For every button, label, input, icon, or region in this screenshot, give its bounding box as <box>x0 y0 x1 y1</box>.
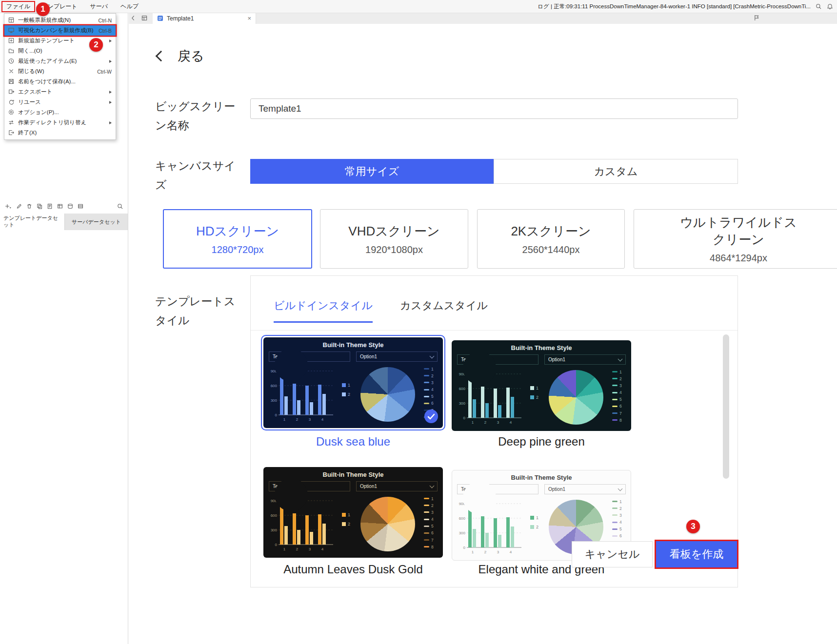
chevron-left-icon <box>156 51 167 62</box>
menu-item-recent[interactable]: 最近使ったアイテム(E) <box>4 56 116 66</box>
svg-text:600: 600 <box>271 513 278 518</box>
selected-check-icon <box>424 410 438 423</box>
delete-icon[interactable] <box>26 203 33 210</box>
theme-option-dusk-sea-blue[interactable]: Built-in Theme Style Text Widget Option1… <box>261 335 445 430</box>
svg-text:1: 1 <box>283 417 286 422</box>
table-icon[interactable] <box>57 203 63 210</box>
theme-thumbnail: Built-in Theme Style Text Widget Option1… <box>263 337 443 428</box>
theme-name[interactable]: Dusk sea blue <box>261 435 445 449</box>
svg-text:300: 300 <box>271 398 278 403</box>
menu-item-new-kanban[interactable]: 可視化カンバンを新規作成(B) Ctrl-B <box>4 25 116 36</box>
menubar: ファイル テンプレート サーバ ヘルプ ログ | 正常:09:31:11 Pro… <box>0 0 837 13</box>
submenu-arrow-icon <box>109 121 112 124</box>
annotation-step-3: 3 <box>686 520 700 533</box>
option-dropdown-preview: Option1 <box>356 351 438 362</box>
svg-text:600: 600 <box>271 384 278 388</box>
svg-text:3: 3 <box>497 420 499 425</box>
theme-name[interactable]: Autumn Leaves Dusk Gold <box>263 563 443 576</box>
copy-icon[interactable] <box>37 203 43 210</box>
theme-name[interactable]: Deep pine green <box>452 435 631 449</box>
chevron-down-icon <box>430 353 435 358</box>
menu-file[interactable]: ファイル <box>2 2 34 11</box>
donut-legend: 12345678 <box>424 496 434 549</box>
menu-item-options[interactable]: オプション(P)... <box>4 107 116 117</box>
submenu-arrow-icon <box>109 101 112 104</box>
dataset-toolbar <box>0 200 128 213</box>
svg-text:1: 1 <box>472 550 474 554</box>
menu-item-reuse[interactable]: リユース <box>4 97 116 107</box>
search-icon[interactable] <box>816 3 822 10</box>
flag-icon[interactable] <box>754 15 760 21</box>
annotation-step-2: 2 <box>89 38 103 52</box>
back-button[interactable]: 戻る <box>157 47 204 65</box>
svg-text:300: 300 <box>459 531 466 535</box>
svg-text:4: 4 <box>510 420 512 425</box>
tab-custom-style[interactable]: カスタムスタイル <box>400 298 488 323</box>
theme-option-deep-pine-green[interactable]: Built-in Theme Style Text Widget Option1… <box>452 340 631 431</box>
bell-icon[interactable] <box>827 3 833 10</box>
size-card-2k[interactable]: 2Kスクリーン 2560*1440px <box>477 209 625 269</box>
svg-text:4: 4 <box>510 550 512 554</box>
svg-text:1: 1 <box>283 547 286 551</box>
template-style-label: テンプレートスタイル <box>155 292 242 330</box>
tab-template1[interactable]: Template1 × <box>153 13 256 24</box>
option-dropdown-preview: Option1 <box>544 354 626 365</box>
collapse-panel-icon[interactable] <box>130 15 137 21</box>
tab-list-icon[interactable] <box>141 15 148 21</box>
search-dataset-icon[interactable] <box>117 203 123 210</box>
add-dataset-icon[interactable] <box>4 203 12 210</box>
template-doc-icon <box>157 15 163 21</box>
svg-text:2: 2 <box>484 420 487 425</box>
bar-legend: 12 <box>342 512 350 527</box>
size-card-ultrawide[interactable]: ウルトラワイルドスクリーン 4864*1294px <box>634 209 837 269</box>
size-card-vhd[interactable]: VHDスクリーン 1920*1080px <box>320 209 468 269</box>
size-mode-common[interactable]: 常用サイズ <box>250 159 494 184</box>
svg-text:300: 300 <box>459 401 466 406</box>
menu-item-exit[interactable]: 終了(X) <box>4 128 116 138</box>
new-kanban-icon <box>8 27 15 34</box>
exit-icon <box>8 130 15 136</box>
menu-item-close[interactable]: 閉じる(W) Ctrl-W <box>4 66 116 77</box>
bigscreen-name-input[interactable] <box>250 98 738 119</box>
submenu-arrow-icon <box>109 60 112 63</box>
tab-template-dataset[interactable]: テンプレートデータセット <box>0 214 64 230</box>
database-icon[interactable] <box>67 203 74 210</box>
menu-item-switch-workdir[interactable]: 作業ディレクトリ切り替え <box>4 117 116 128</box>
menu-item-export[interactable]: エクスポート <box>4 87 116 97</box>
theme-option-autumn-gold[interactable]: Built-in Theme Style Text Widget Option1… <box>263 467 443 558</box>
size-card-hd[interactable]: HDスクリーン 1280*720px <box>163 209 312 269</box>
tab-builtin-style[interactable]: ビルドインスタイル <box>274 298 373 323</box>
preview-doc-icon[interactable] <box>47 203 53 210</box>
svg-text:2: 2 <box>296 547 299 551</box>
menu-help[interactable]: ヘルプ <box>114 0 145 13</box>
create-kanban-button[interactable]: 看板を作成 <box>656 541 737 567</box>
file-menu: 一般帳票新規作成(N) Ctrl-N 可視化カンバンを新規作成(B) Ctrl-… <box>4 13 116 140</box>
edit-icon[interactable] <box>16 203 22 210</box>
style-tabs: ビルドインスタイル カスタムスタイル <box>274 298 488 323</box>
option-dropdown-preview: Option1 <box>356 481 438 491</box>
switch-directory-icon <box>8 119 15 126</box>
tab-close-icon[interactable]: × <box>247 15 251 21</box>
menu-item-save-as[interactable]: 名前をつけて保存(A)... <box>4 77 116 87</box>
tab-server-dataset[interactable]: サーバデータセット <box>64 214 128 230</box>
status-area: ログ | 正常:09:31:11 ProcessDownTimeManager-… <box>538 3 837 10</box>
recent-clock-icon <box>8 58 15 64</box>
back-label: 戻る <box>178 47 204 65</box>
svg-text:0: 0 <box>463 546 466 550</box>
cancel-button[interactable]: キャンセル <box>572 541 653 567</box>
option-dropdown-preview: Option1 <box>544 484 626 494</box>
menu-item-new-report[interactable]: 一般帳票新規作成(N) Ctrl-N <box>4 15 116 25</box>
svg-text:0: 0 <box>275 543 278 547</box>
menu-server[interactable]: サーバ <box>84 0 115 13</box>
status-log-text: ログ | 正常:09:31:11 ProcessDownTimeManager-… <box>538 3 811 10</box>
donut-hole <box>275 349 308 382</box>
svg-text:0: 0 <box>463 416 466 420</box>
svg-text:2: 2 <box>484 550 487 554</box>
tab-label: Template1 <box>167 15 194 22</box>
chevron-down-icon <box>430 483 435 488</box>
table-icon[interactable] <box>78 203 84 210</box>
donut-legend: 12345678 <box>612 369 622 423</box>
scrollbar-thumb[interactable] <box>723 334 729 479</box>
size-mode-custom[interactable]: カスタム <box>494 159 738 184</box>
donut-chart <box>360 367 415 422</box>
